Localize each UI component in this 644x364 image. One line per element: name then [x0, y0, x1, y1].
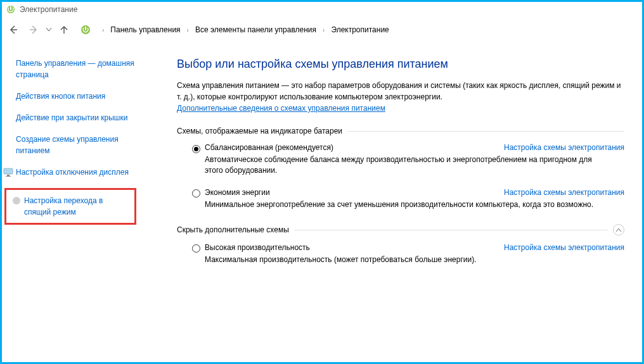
section-hide-extra: Скрыть дополнительные схемы: [177, 224, 624, 235]
crumb-all-items[interactable]: Все элементы панели управления: [194, 24, 318, 35]
plan-desc: Максимальная производительность (может п…: [205, 254, 610, 265]
sidebar-item-display-off[interactable]: Настройка отключения дисплея: [16, 166, 143, 178]
radio-balanced[interactable]: [192, 145, 200, 153]
collapse-toggle[interactable]: [613, 224, 624, 235]
sidebar-item-create-plan[interactable]: Создание схемы управления питанием: [16, 134, 143, 156]
plan-name[interactable]: Сбалансированная (рекомендуется): [205, 143, 333, 152]
plan-desc: Минимальное энергопотребление за счет ум…: [205, 199, 610, 210]
back-button[interactable]: [6, 22, 21, 37]
section-label-text: Схемы, отображаемые на индикаторе батаре…: [177, 127, 342, 135]
svg-rect-1: [10, 6, 11, 10]
plan-name[interactable]: Высокая производительность: [205, 243, 310, 252]
up-button[interactable]: [56, 22, 72, 37]
plan-balanced: Сбалансированная (рекомендуется) Настрой…: [192, 143, 624, 177]
svg-point-9: [13, 197, 20, 204]
svg-rect-5: [85, 27, 86, 30]
section-battery-plans: Схемы, отображаемые на индикаторе батаре…: [177, 127, 624, 135]
plan-desc: Автоматическое соблюдение баланса между …: [205, 154, 610, 177]
address-bar-icon: [79, 23, 92, 36]
sidebar: Панель управления — домашняя страница Де…: [2, 42, 154, 362]
intro-text: Схема управления питанием — это набор па…: [177, 80, 624, 103]
titlebar: Электропитание: [2, 2, 642, 17]
divider: [347, 131, 624, 132]
plan-name[interactable]: Экономия энергии: [205, 188, 270, 197]
divider: [294, 230, 608, 230]
highlight-box: Настройка перехода в спящий режим: [4, 188, 136, 225]
crumb-power-options[interactable]: Электропитание: [330, 24, 390, 35]
plan-settings-link[interactable]: Настройка схемы электропитания: [504, 243, 624, 252]
chevron-right-icon[interactable]: ›: [100, 27, 106, 34]
section-label-text: Скрыть дополнительные схемы: [177, 225, 289, 234]
svg-rect-7: [7, 175, 10, 176]
sidebar-item-label: Настройка перехода в спящий режим: [24, 195, 128, 218]
plan-settings-link[interactable]: Настройка схемы электропитания: [504, 143, 624, 152]
sidebar-item-home[interactable]: Панель управления — домашняя страница: [16, 58, 143, 80]
radio-power-saver[interactable]: [192, 189, 200, 198]
sidebar-item-power-buttons[interactable]: Действия кнопок питания: [16, 91, 143, 102]
forward-button[interactable]: [26, 22, 41, 37]
page-title: Выбор или настройка схемы управления пит…: [177, 58, 624, 71]
sidebar-item-label: Настройка отключения дисплея: [16, 168, 129, 177]
nav-toolbar: › Панель управления › Все элементы панел…: [2, 17, 642, 42]
svg-rect-6: [4, 168, 13, 174]
plan-power-saver: Экономия энергии Настройка схемы электро…: [192, 188, 624, 210]
chevron-right-icon[interactable]: ›: [184, 27, 191, 34]
svg-rect-8: [6, 176, 11, 177]
chevron-right-icon[interactable]: ›: [320, 27, 327, 34]
radio-high-performance[interactable]: [192, 244, 200, 253]
learn-more-link[interactable]: Дополнительные сведения о схемах управле…: [177, 104, 385, 113]
moon-icon: [11, 196, 22, 206]
sidebar-item-lid-close[interactable]: Действие при закрытии крышки: [16, 112, 143, 123]
power-options-icon: [6, 4, 16, 15]
breadcrumb[interactable]: › Панель управления › Все элементы панел…: [100, 24, 390, 35]
main-content: Выбор или настройка схемы управления пит…: [154, 42, 642, 362]
sidebar-item-sleep[interactable]: Настройка перехода в спящий режим: [13, 195, 128, 218]
plan-settings-link[interactable]: Настройка схемы электропитания: [504, 188, 624, 197]
monitor-icon: [3, 167, 13, 177]
crumb-control-panel[interactable]: Панель управления: [109, 24, 181, 35]
window-title: Электропитание: [20, 5, 77, 14]
plan-high-performance: Высокая производительность Настройка схе…: [192, 243, 624, 265]
recent-locations-button[interactable]: [46, 28, 51, 32]
